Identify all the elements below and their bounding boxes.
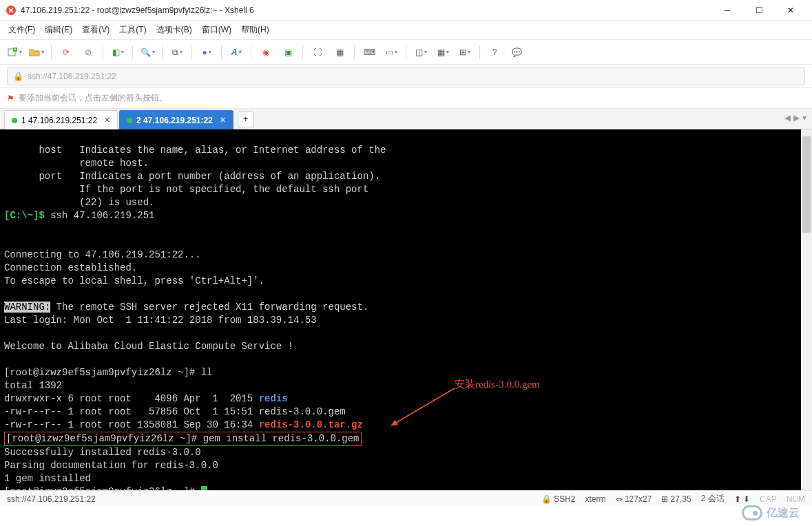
separator [221,45,222,59]
transparent-icon[interactable]: ▦ [331,43,348,61]
layout3-icon[interactable]: ⊞ [456,43,474,61]
separator [479,45,480,59]
separator [406,45,406,59]
menu-view[interactable]: 查看(V) [82,24,110,36]
menu-bar: 文件(F) 编辑(E) 查看(V) 工具(T) 选项卡(B) 窗口(W) 帮助(… [0,21,812,40]
hint-text: 要添加当前会话，点击左侧的箭头按钮。 [19,92,167,104]
separator [162,45,163,59]
terminal[interactable]: host Indicates the name, alias, or Inter… [0,129,812,490]
svg-text:+: + [14,47,17,52]
play-icon[interactable]: ▣ [279,43,297,61]
reconnect-icon[interactable]: ⟳ [57,43,75,61]
status-sessions: 2 会话 [701,493,725,505]
separator [251,45,251,59]
menu-window[interactable]: 窗口(W) [202,24,231,36]
terminal-content: host Indicates the name, alias, or Inter… [0,129,812,490]
file-tar: redis-3.0.0.tar.gz [259,419,363,430]
close-button[interactable]: ✕ [775,0,806,21]
status-size: 127x27 [625,494,652,504]
lock-icon: 🔒 [13,72,23,81]
status-bar: ssh://47.106.219.251:22 🔒 SSH2 xterm ⇔ 1… [0,490,812,507]
status-cap: CAP [760,494,777,504]
tab-prev-icon[interactable]: ◀ [784,113,791,123]
separator [302,45,303,59]
lock-icon: 🔒 [541,494,552,504]
file-redis: redis [259,393,288,404]
tab-1[interactable]: 1 47.106.219.251:22 ✕ [4,110,118,129]
status-term: xterm [585,494,606,504]
tab-bar: 1 47.106.219.251:22 ✕ 2 47.106.219.251:2… [0,109,812,129]
warning-label: WARNING: [4,302,50,313]
menu-file[interactable]: 文件(F) [8,24,35,36]
status-left: ssh://47.106.219.251:22 [7,494,96,504]
hint-bar: ⚑ 要添加当前会话，点击左侧的箭头按钮。 [0,88,812,109]
highlighted-command: [root@izwz9ef5sjam9pvfyiz26lz ~]# gem in… [4,432,362,446]
title-bar: 47.106.219.251:22 - root@izwz9ef5sjam9pv… [0,0,812,21]
status-pos: 27,35 [671,494,691,504]
fullscreen-icon[interactable]: ⛶ [309,43,326,61]
window-controls: ─ ☐ ✕ [711,0,806,21]
profile-button[interactable]: ◧ [109,43,127,61]
maximize-button[interactable]: ☐ [743,0,775,21]
tab-2[interactable]: 2 47.106.219.251:22 ✕ [119,110,233,129]
separator [354,45,355,59]
chat-icon[interactable]: 💬 [508,43,525,61]
tab-close-icon[interactable]: ✕ [104,116,110,125]
keyboard-icon[interactable]: ⌨ [360,43,378,61]
status-ssh: SSH2 [554,494,575,504]
separator [51,45,52,59]
local-prompt: [C:\~]$ [4,210,45,221]
copy-icon[interactable]: ⧉ [168,43,186,61]
address-bar: 🔒 ssh://47.106.219.251:22 [0,65,812,88]
layout2-icon[interactable]: ▦ [434,43,452,61]
address-input[interactable]: 🔒 ssh://47.106.219.251:22 [7,67,805,85]
tab-next-icon[interactable]: ▶ [793,113,800,123]
status-dot-icon [12,118,17,123]
menu-help[interactable]: 帮助(H) [241,24,269,36]
globe-icon[interactable]: ● [198,43,216,61]
separator [103,45,103,59]
status-num: NUM [787,494,805,504]
cursor [201,486,207,490]
lock-icon[interactable]: ▭ [382,43,400,61]
open-button[interactable] [28,43,45,61]
scrollbar[interactable] [801,129,812,490]
watermark-logo-icon [742,505,762,520]
font-icon[interactable]: A [227,43,245,61]
tab-label: 2 47.106.219.251:22 [136,116,213,125]
flag-icon[interactable]: ⚑ [7,94,14,103]
toolbar: + ⟳ ⊘ ◧ 🔍 ⧉ ● A ◉ ▣ ⛶ ▦ ⌨ ▭ ◫ ▦ ⊞ ? 💬 [0,40,812,65]
tab-label: 1 47.106.219.251:22 [21,116,97,125]
separator [132,45,133,59]
watermark: 亿速云 [742,505,800,520]
menu-edit[interactable]: 编辑(E) [45,24,72,36]
app-icon [6,5,17,16]
disconnect-icon[interactable]: ⊘ [79,43,97,61]
annotation-text: 安装redis-3.0.0,gem [455,378,540,391]
new-session-button[interactable]: + [6,43,23,61]
window-title: 47.106.219.251:22 - root@izwz9ef5sjam9pv… [21,6,711,15]
tab-close-icon[interactable]: ✕ [220,116,226,125]
menu-tab[interactable]: 选项卡(B) [156,24,192,36]
address-text: ssh://47.106.219.251:22 [28,72,116,81]
tab-menu-icon[interactable]: ▾ [802,113,806,123]
layout1-icon[interactable]: ◫ [412,43,430,61]
help-icon[interactable]: ? [486,43,503,61]
status-dot-icon [127,118,132,123]
record-icon[interactable]: ◉ [257,43,275,61]
tab-nav: ◀ ▶ ▾ [784,113,806,123]
watermark-text: 亿速云 [767,506,800,520]
menu-tools[interactable]: 工具(T) [119,24,146,36]
minimize-button[interactable]: ─ [711,0,743,21]
separator [191,45,192,59]
search-icon[interactable]: 🔍 [138,43,156,61]
tab-add-button[interactable]: + [238,111,254,127]
scrollbar-thumb[interactable] [802,136,811,233]
